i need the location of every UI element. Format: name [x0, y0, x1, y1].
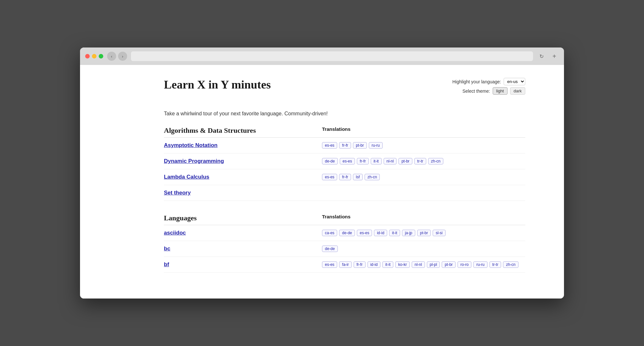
lambda-calculus-tags: es-es fr-fr lsf zh-cn	[319, 174, 525, 180]
highlight-lang-row: Highlight your language: en-us	[452, 78, 525, 85]
algorithms-section: Algorithms & Data Structures Translation…	[164, 126, 525, 201]
languages-section-header: Languages Translations	[164, 214, 525, 225]
asciidoc-link[interactable]: asciidoc	[164, 230, 319, 236]
algorithms-translations-header: Translations	[319, 126, 525, 135]
forward-button[interactable]: ›	[118, 52, 127, 61]
tag-pt-br[interactable]: pt-br	[353, 142, 367, 149]
maximize-dot[interactable]	[99, 54, 103, 58]
languages-section: Languages Translations asciidoc ca-es de…	[164, 214, 525, 273]
back-button[interactable]: ‹	[107, 52, 116, 61]
bc-tags: de-de	[319, 246, 525, 252]
tag-sl-si[interactable]: sl-si	[433, 230, 445, 236]
tag-zh-cn[interactable]: zh-cn	[503, 261, 518, 268]
tag-nl-nl[interactable]: nl-nl	[412, 261, 425, 268]
lambda-calculus-link[interactable]: Lambda Calculus	[164, 174, 319, 180]
algorithms-section-header: Algorithms & Data Structures Translation…	[164, 126, 525, 138]
table-row: asciidoc ca-es de-de es-es id-id it-it j…	[164, 225, 525, 241]
bf-tags: es-es fa-ir fr-fr id-id it-it ko-kr nl-n…	[319, 261, 525, 268]
dynamic-programming-tags: de-de es-es fr-fr it-it nl-nl pt-br tr-t…	[319, 158, 525, 164]
browser-chrome: ‹ › ↻ +	[80, 47, 564, 65]
browser-nav: ‹ ›	[107, 52, 127, 61]
asciidoc-tags: ca-es de-de es-es id-id it-it ja-jp pt-b…	[319, 230, 525, 236]
tag-ja-jp[interactable]: ja-jp	[402, 230, 415, 236]
tagline: Take a whirlwind tour of your next favor…	[164, 111, 525, 117]
tag-ro-ro[interactable]: ro-ro	[458, 261, 471, 268]
address-bar[interactable]	[131, 51, 533, 61]
tag-it-it[interactable]: it-it	[382, 261, 393, 268]
tag-ru-ru[interactable]: ru-ru	[473, 261, 487, 268]
tag-fa-ir[interactable]: fa-ir	[339, 261, 352, 268]
bc-link[interactable]: bc	[164, 246, 319, 252]
table-row: Asymptotic Notation es-es fr-fr pt-br ru…	[164, 138, 525, 153]
tag-fr-fr[interactable]: fr-fr	[354, 261, 366, 268]
refresh-button[interactable]: ↻	[537, 52, 546, 61]
tag-de-de[interactable]: de-de	[322, 158, 338, 164]
language-select[interactable]: en-us	[504, 78, 525, 85]
asymptotic-notation-tags: es-es fr-fr pt-br ru-ru	[319, 142, 525, 149]
table-row: bf es-es fa-ir fr-fr id-id it-it ko-kr n…	[164, 257, 525, 273]
theme-label: Select theme:	[462, 89, 490, 94]
table-row: Set theory	[164, 185, 525, 201]
tag-es-es[interactable]: es-es	[357, 230, 372, 236]
tag-es-es[interactable]: es-es	[340, 158, 355, 164]
theme-light-button[interactable]: light	[493, 87, 508, 95]
asymptotic-notation-link[interactable]: Asymptotic Notation	[164, 142, 319, 149]
bf-link[interactable]: bf	[164, 261, 319, 268]
tag-fr-fr[interactable]: fr-fr	[339, 142, 351, 149]
theme-row: Select theme: light dark	[452, 87, 525, 95]
page-content: Learn X in Y minutes Highlight your lang…	[80, 65, 564, 299]
tag-pl-pl[interactable]: pl-pl	[427, 261, 440, 268]
tag-pt-br[interactable]: pt-br	[442, 261, 456, 268]
tag-es-es[interactable]: es-es	[322, 261, 337, 268]
browser-window: ‹ › ↻ + Learn X in Y minutes Highlight y…	[80, 47, 564, 299]
tag-pt-br[interactable]: pt-br	[398, 158, 412, 164]
tag-id-id[interactable]: id-id	[367, 261, 381, 268]
tag-ko-kr[interactable]: ko-kr	[395, 261, 410, 268]
algorithms-section-title: Algorithms & Data Structures	[164, 126, 319, 135]
table-row: Lambda Calculus es-es fr-fr lsf zh-cn	[164, 169, 525, 185]
table-row: Dynamic Programming de-de es-es fr-fr it…	[164, 153, 525, 169]
tag-fr-fr[interactable]: fr-fr	[339, 174, 351, 180]
close-dot[interactable]	[85, 54, 90, 58]
tag-nl-nl[interactable]: nl-nl	[384, 158, 397, 164]
languages-section-title: Languages	[164, 214, 319, 222]
tag-pt-br[interactable]: pt-br	[417, 230, 431, 236]
highlight-lang-label: Highlight your language:	[452, 79, 501, 84]
new-tab-button[interactable]: +	[550, 52, 559, 61]
tag-es-es[interactable]: es-es	[322, 142, 337, 149]
browser-dots	[85, 54, 103, 58]
tag-ca-es[interactable]: ca-es	[322, 230, 337, 236]
set-theory-link[interactable]: Set theory	[164, 190, 319, 196]
tag-fr-fr[interactable]: fr-fr	[357, 158, 369, 164]
languages-translations-header: Translations	[319, 214, 525, 222]
dynamic-programming-link[interactable]: Dynamic Programming	[164, 158, 319, 164]
tag-ru-ru[interactable]: ru-ru	[369, 142, 383, 149]
top-controls: Highlight your language: en-us Select th…	[452, 78, 525, 95]
tag-id-id[interactable]: id-id	[374, 230, 387, 236]
tag-lsf[interactable]: lsf	[353, 174, 363, 180]
minimize-dot[interactable]	[92, 54, 96, 58]
theme-dark-button[interactable]: dark	[510, 87, 525, 95]
tag-tr-tr[interactable]: tr-tr	[414, 158, 426, 164]
tag-de-de[interactable]: de-de	[322, 246, 338, 252]
tag-tr-tr[interactable]: tr-tr	[489, 261, 501, 268]
table-row: bc de-de	[164, 241, 525, 257]
tag-de-de[interactable]: de-de	[339, 230, 355, 236]
tag-zh-cn[interactable]: zh-cn	[428, 158, 443, 164]
tag-it-it[interactable]: it-it	[389, 230, 400, 236]
tag-zh-cn[interactable]: zh-cn	[365, 174, 380, 180]
tag-it-it[interactable]: it-it	[371, 158, 382, 164]
tag-es-es[interactable]: es-es	[322, 174, 337, 180]
